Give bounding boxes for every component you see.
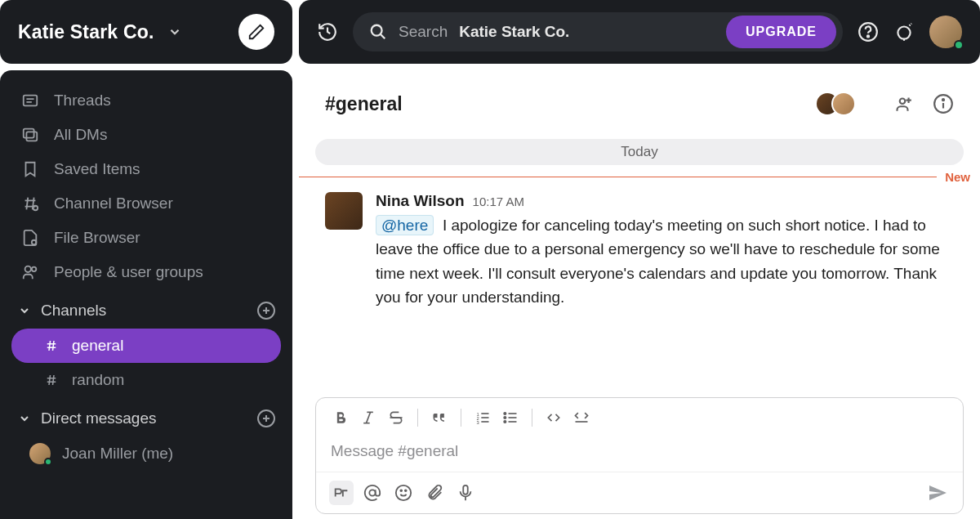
nav-label: All DMs [54, 126, 107, 144]
search-box[interactable]: Search Katie Stark Co. UPGRADE [353, 12, 843, 51]
new-label: New [937, 170, 980, 184]
presence-indicator [44, 458, 52, 466]
svg-point-38 [942, 99, 944, 101]
svg-line-18 [49, 341, 51, 351]
toolbar-divider [461, 409, 461, 427]
svg-rect-3 [24, 129, 34, 138]
nav-label: Channel Browser [54, 195, 173, 213]
nav-label: People & user groups [54, 263, 203, 281]
nav-people[interactable]: People & user groups [0, 255, 292, 289]
dm-label: Joan Miller (me) [62, 445, 173, 463]
workspace-header[interactable]: Katie Stark Co. [0, 0, 292, 64]
whats-new-icon[interactable] [893, 21, 915, 43]
svg-point-53 [504, 417, 506, 419]
user-avatar[interactable] [929, 16, 962, 48]
sidebar: Katie Stark Co. Threads All DMs Saved It… [0, 0, 292, 519]
search-placeholder: Search [399, 23, 448, 41]
workspace-name: Katie Stark Co. [18, 21, 154, 43]
chevron-down-icon [18, 304, 31, 317]
send-button[interactable] [925, 481, 950, 505]
compose-button[interactable] [238, 14, 274, 50]
nav-label: Saved Items [54, 160, 140, 178]
bookmark-icon [21, 160, 39, 178]
dm-joan-miller[interactable]: Joan Miller (me) [0, 436, 292, 471]
nav-file-browser[interactable]: File Browser [0, 221, 292, 255]
svg-point-9 [33, 206, 38, 211]
code-button[interactable] [542, 406, 565, 429]
history-icon[interactable] [317, 21, 338, 43]
nav-saved-items[interactable]: Saved Items [0, 152, 292, 186]
channel-random[interactable]: random [11, 363, 281, 397]
svg-line-28 [381, 34, 385, 39]
upgrade-button[interactable]: UPGRADE [726, 16, 836, 48]
svg-point-56 [369, 490, 375, 495]
code-block-button[interactable] [570, 406, 593, 429]
composer-bottom-toolbar [316, 472, 963, 513]
message-author[interactable]: Nina Wilson [376, 192, 465, 210]
channel-general[interactable]: general [11, 329, 281, 363]
bullet-list-button[interactable] [499, 406, 522, 429]
nav-threads[interactable]: Threads [0, 83, 292, 118]
chevron-down-icon [18, 412, 31, 425]
search-icon [369, 23, 387, 41]
message-avatar[interactable] [325, 192, 363, 230]
svg-point-33 [900, 99, 906, 105]
message: Nina Wilson 10:17 AM @here I apologize f… [299, 186, 980, 320]
top-icons [858, 16, 962, 48]
hash-icon [44, 338, 59, 353]
file-browser-icon [21, 229, 39, 247]
toolbar-divider [532, 409, 532, 427]
member-avatar [831, 92, 856, 116]
new-divider: New [299, 170, 980, 184]
emoji-button[interactable] [391, 481, 416, 505]
dms-section-header[interactable]: Direct messages [0, 397, 292, 436]
add-channel-button[interactable] [256, 301, 276, 320]
nav-channel-browser[interactable]: Channel Browser [0, 186, 292, 221]
nav-all-dms[interactable]: All DMs [0, 118, 292, 152]
toolbar-divider [417, 409, 418, 427]
svg-line-7 [26, 198, 28, 210]
message-time: 10:17 AM [473, 195, 524, 208]
svg-line-23 [53, 375, 55, 385]
nav-label: File Browser [54, 229, 140, 247]
formatting-toggle-button[interactable] [329, 481, 354, 505]
content: #general Today New Nina Wilson 10:17 AM [299, 70, 980, 519]
svg-point-31 [898, 27, 910, 39]
nav-label: Threads [54, 92, 111, 110]
svg-rect-0 [24, 96, 38, 106]
svg-point-58 [400, 490, 402, 491]
help-icon[interactable] [858, 21, 879, 43]
strikethrough-button[interactable] [385, 406, 408, 429]
svg-rect-60 [463, 485, 468, 494]
search-context: Katie Stark Co. [459, 23, 569, 41]
svg-point-12 [32, 267, 37, 272]
message-header: Nina Wilson 10:17 AM [376, 192, 954, 210]
italic-button[interactable] [357, 406, 380, 429]
format-toolbar: 123 [316, 398, 963, 437]
blockquote-button[interactable] [428, 406, 451, 429]
channels-section-header[interactable]: Channels [0, 289, 292, 329]
mic-button[interactable] [453, 481, 478, 505]
svg-point-57 [396, 485, 411, 500]
mention-here[interactable]: @here [376, 215, 434, 235]
svg-line-19 [53, 341, 55, 351]
dms-label: Direct messages [41, 409, 157, 427]
message-text: @here I apologize for canceling today's … [376, 213, 954, 310]
attach-button[interactable] [422, 481, 447, 505]
dms-icon [21, 126, 39, 144]
composer-input[interactable]: Message #general [316, 437, 963, 472]
add-dm-button[interactable] [256, 409, 276, 428]
channel-title[interactable]: #general [325, 93, 403, 115]
chevron-down-icon [167, 25, 182, 39]
add-people-icon[interactable] [892, 93, 913, 114]
member-avatars[interactable] [823, 92, 856, 116]
svg-point-54 [504, 421, 506, 423]
message-content: I apologize for canceling today's meetin… [376, 217, 940, 306]
bold-button[interactable] [329, 406, 352, 429]
sidebar-body: Threads All DMs Saved Items Channel Brow… [0, 70, 292, 519]
mention-button[interactable] [360, 481, 385, 505]
channel-browser-icon [21, 195, 39, 213]
ordered-list-button[interactable]: 123 [471, 406, 494, 429]
channels-label: Channels [41, 302, 106, 320]
info-icon[interactable] [933, 93, 954, 114]
